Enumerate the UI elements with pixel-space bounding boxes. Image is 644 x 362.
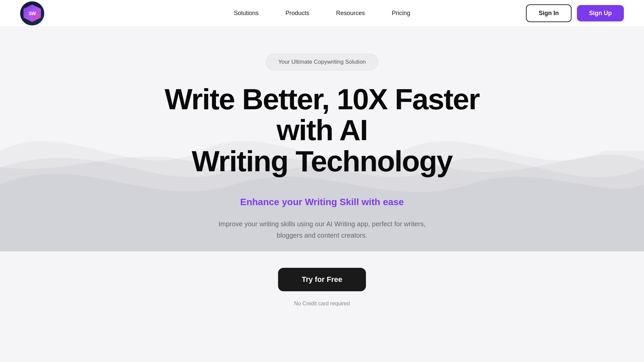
nav-item-pricing[interactable]: Pricing bbox=[392, 10, 410, 17]
hero-title-line1: Write Better, 10X Faster with AI bbox=[165, 82, 479, 146]
nav-menu: Solutions Products Resources Pricing bbox=[234, 10, 410, 17]
hero-content: Your Ultimate Copywriting Solution Write… bbox=[138, 54, 506, 307]
hero-title: Write Better, 10X Faster with AI Writing… bbox=[138, 84, 506, 177]
nav-item-products[interactable]: Products bbox=[285, 10, 309, 17]
hero-badge: Your Ultimate Copywriting Solution bbox=[266, 54, 378, 70]
navbar-left: SW bbox=[20, 1, 44, 25]
navbar-right: Sign In Sign Up bbox=[526, 4, 624, 22]
no-credit-card-text: No Credit card required bbox=[294, 301, 350, 307]
navbar: SW Solutions Products Resources Pricing … bbox=[0, 0, 644, 27]
logo-hexagon: SW bbox=[23, 5, 41, 22]
nav-item-resources[interactable]: Resources bbox=[336, 10, 365, 17]
signin-button[interactable]: Sign In bbox=[526, 4, 572, 22]
hero-title-line2: Writing Technology bbox=[192, 144, 452, 178]
signup-button[interactable]: Sign Up bbox=[577, 5, 624, 21]
hero-subtitle: Enhance your Writing Skill with ease bbox=[240, 197, 404, 207]
nav-item-solutions[interactable]: Solutions bbox=[234, 10, 259, 17]
hero-description: Improve your writing skills using our AI… bbox=[215, 218, 429, 241]
try-free-button[interactable]: Try for Free bbox=[278, 268, 366, 291]
hero-section: Your Ultimate Copywriting Solution Write… bbox=[0, 27, 644, 307]
logo[interactable]: SW bbox=[20, 1, 44, 25]
logo-text: SW bbox=[29, 11, 36, 16]
